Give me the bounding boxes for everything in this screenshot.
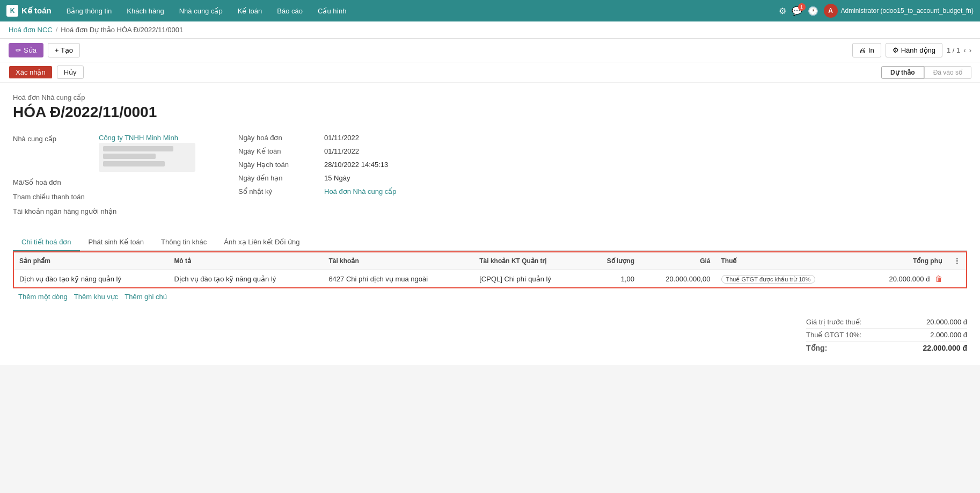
settings-icon[interactable]: ⚙ xyxy=(779,6,786,16)
col-tai-khoan: Tài khoản xyxy=(323,252,474,270)
user-menu[interactable]: A Administrator (odoo15_to_account_budge… xyxy=(824,4,974,18)
field-ma-so-hoa-don: Mã/Số hoá đơn xyxy=(13,177,228,186)
tax-value: 2.000.000 đ xyxy=(930,331,967,339)
total-row-before-tax: Giá trị trước thuế: 20.000.000 đ xyxy=(806,316,967,329)
ngay-ke-toan-value[interactable]: 01/11/2022 xyxy=(324,147,359,155)
user-avatar: A xyxy=(824,4,838,18)
nha-cung-cap-label: Nhà cung cấp xyxy=(13,134,99,143)
tax-badge[interactable]: Thuế GTGT được khấu trừ 10% xyxy=(721,275,816,284)
user-label: Administrator (odoo15_to_account_budget_… xyxy=(841,7,974,15)
add-section-button[interactable]: Thêm khu vực xyxy=(74,293,118,301)
ngay-den-han-label: Ngày đến hạn xyxy=(238,174,324,182)
edit-icon: ✏ xyxy=(16,46,21,54)
pager: 1 / 1 ‹ › xyxy=(947,46,971,54)
cell-gia[interactable]: 20.000.000,00 xyxy=(640,270,715,288)
edit-button[interactable]: ✏ Sửa xyxy=(9,43,43,57)
top-navigation: K Kế toán Bảng thông tin Khách hàng Nhà … xyxy=(0,0,980,21)
cell-thue: Thuế GTGT được khấu trừ 10% xyxy=(716,270,860,288)
nha-cung-cap-value[interactable]: Công ty TNHH Minh Minh xyxy=(99,134,195,142)
tab-anh-xa[interactable]: Ánh xạ Liên kết Đối ứng xyxy=(215,234,308,251)
tax-label: Thuế GTGT 10%: xyxy=(806,331,881,339)
status-steps: Dự thảo Đã vào sổ xyxy=(881,66,971,79)
form-section-label: Hoá đơn Nhà cung cấp xyxy=(13,93,967,102)
table-footer-actions: Thêm một dòng Thêm khu vực Thêm ghi chú xyxy=(13,288,967,305)
cancel-button[interactable]: Hủy xyxy=(57,66,84,79)
chat-icon[interactable]: 💬 1 xyxy=(792,6,802,16)
main-content: Hoá đơn Nhà cung cấp HÓA Đ/2022/11/0001 … xyxy=(0,83,980,365)
cell-san-pham[interactable]: Dịch vụ đào tạo kỹ năng quản lý xyxy=(13,270,169,288)
col-tai-khoan-qt: Tài khoản KT Quản trị xyxy=(474,252,587,270)
cell-tai-khoan-qt[interactable]: [CPQL] Chi phí quản lý xyxy=(474,270,587,288)
tab-phat-sinh-ke-toan[interactable]: Phát sinh Kế toán xyxy=(80,234,152,251)
cell-so-luong[interactable]: 1,00 xyxy=(587,270,640,288)
tham-chieu-label: Tham chiếu thanh toán xyxy=(13,192,99,201)
action-button[interactable]: ⚙ Hành động xyxy=(886,43,942,57)
ngay-den-han-value[interactable]: 15 Ngày xyxy=(324,174,350,182)
invoice-table: Sản phẩm Mô tả Tài khoản Tài khoản KT Qu… xyxy=(13,251,967,288)
brand-icon: K xyxy=(6,5,18,17)
pager-prev[interactable]: ‹ xyxy=(963,46,966,54)
toolbar: ✏ Sửa + Tạo 🖨 In ⚙ Hành động 1 / 1 ‹ › xyxy=(0,39,980,62)
col-tong-phu: Tổng phụ xyxy=(860,252,948,270)
total-row-tax: Thuế GTGT 10%: 2.000.000 đ xyxy=(806,329,967,342)
tai-khoan-label: Tài khoản ngân hàng người nhận xyxy=(13,206,116,215)
breadcrumb-current: Hoá đơn Dự thảo HÓA Đ/2022/11/0001 xyxy=(61,26,183,34)
cell-tong-phu: 20.000.000 đ 🗑 xyxy=(860,270,948,288)
clock-icon[interactable]: 🕐 xyxy=(808,6,818,16)
tab-chi-tiet-hoa-don[interactable]: Chi tiết hoá đơn xyxy=(13,234,80,251)
print-icon: 🖨 xyxy=(859,46,866,54)
total-label: Tổng: xyxy=(806,344,881,352)
tab-thong-tin-khac[interactable]: Thông tin khác xyxy=(152,234,215,251)
cell-mo-ta[interactable]: Dịch vụ đào tạo kỹ năng quản lý xyxy=(169,270,323,288)
cell-tai-khoan[interactable]: 6427 Chi phí dịch vụ mua ngoài xyxy=(323,270,474,288)
delete-row-icon[interactable]: 🗑 xyxy=(935,274,942,283)
ngay-ke-toan-label: Ngày Kế toán xyxy=(238,147,324,155)
ngay-hoa-don-value[interactable]: 01/11/2022 xyxy=(324,134,359,142)
pager-next[interactable]: › xyxy=(969,46,971,54)
table-row[interactable]: Dịch vụ đào tạo kỹ năng quản lý Dịch vụ … xyxy=(13,270,967,288)
breadcrumb: Hoá đơn NCC / Hoá đơn Dự thảo HÓA Đ/2022… xyxy=(0,21,980,39)
nav-item-nha-cung-cap[interactable]: Nhà cung cấp xyxy=(173,0,229,21)
brand[interactable]: K Kế toán xyxy=(6,5,52,17)
breadcrumb-parent[interactable]: Hoá đơn NCC xyxy=(9,26,53,34)
total-row-final: Tổng: 22.000.000 đ xyxy=(806,342,967,354)
nav-item-ke-toan[interactable]: Kế toán xyxy=(231,0,269,21)
add-note-button[interactable]: Thêm ghi chú xyxy=(125,293,167,301)
form-title: HÓA Đ/2022/11/0001 xyxy=(13,104,967,121)
cell-menu xyxy=(948,270,967,288)
form-fields: Nhà cung cấp Công ty TNHH Minh Minh Mã/S… xyxy=(13,134,967,221)
pager-text: 1 / 1 xyxy=(947,46,960,54)
col-thue: Thuế xyxy=(716,252,860,270)
field-so-nhat-ky: Sổ nhật ký Hoá đơn Nhà cung cấp xyxy=(238,187,967,195)
col-menu: ⋮ xyxy=(948,252,967,270)
notification-badge: 1 xyxy=(798,3,806,11)
totals-table: Giá trị trước thuế: 20.000.000 đ Thuế GT… xyxy=(806,316,967,354)
tabs: Chi tiết hoá đơn Phát sinh Kế toán Thông… xyxy=(13,234,967,251)
confirm-button[interactable]: Xác nhận xyxy=(9,66,53,79)
field-tham-chieu: Tham chiếu thanh toán xyxy=(13,192,228,201)
nav-item-bao-cao[interactable]: Báo cáo xyxy=(270,0,309,21)
ngay-hach-toan-label: Ngày Hạch toán xyxy=(238,161,324,169)
nav-item-bang-thong-tin[interactable]: Bảng thông tin xyxy=(60,0,119,21)
form-left: Nhà cung cấp Công ty TNHH Minh Minh Mã/S… xyxy=(13,134,228,221)
nav-item-khach-hang[interactable]: Khách hàng xyxy=(120,0,170,21)
nav-item-cau-hinh[interactable]: Cấu hình xyxy=(311,0,353,21)
total-value: 22.000.000 đ xyxy=(923,344,967,352)
field-ngay-hach-toan: Ngày Hạch toán 28/10/2022 14:45:13 xyxy=(238,161,967,169)
nav-right: ⚙ 💬 1 🕐 A Administrator (odoo15_to_accou… xyxy=(779,4,974,18)
breadcrumb-sep: / xyxy=(56,26,58,34)
status-step-posted: Đã vào sổ xyxy=(924,66,971,79)
add-row-button[interactable]: Thêm một dòng xyxy=(18,293,68,301)
before-tax-label: Giá trị trước thuế: xyxy=(806,318,881,326)
before-tax-value: 20.000.000 đ xyxy=(926,318,967,326)
create-button[interactable]: + Tạo xyxy=(48,43,80,57)
col-gia: Giá xyxy=(640,252,715,270)
print-button[interactable]: 🖨 In xyxy=(852,43,881,57)
col-so-luong: Số lượng xyxy=(587,252,640,270)
brand-label: Kế toán xyxy=(21,6,52,16)
field-tai-khoan: Tài khoản ngân hàng người nhận xyxy=(13,206,228,215)
status-bar: Xác nhận Hủy Dự thảo Đã vào sổ xyxy=(0,62,980,83)
so-nhat-ky-value[interactable]: Hoá đơn Nhà cung cấp xyxy=(324,187,397,195)
ngay-hoa-don-label: Ngày hoá đơn xyxy=(238,134,324,142)
ma-so-hoa-don-label: Mã/Số hoá đơn xyxy=(13,177,99,186)
